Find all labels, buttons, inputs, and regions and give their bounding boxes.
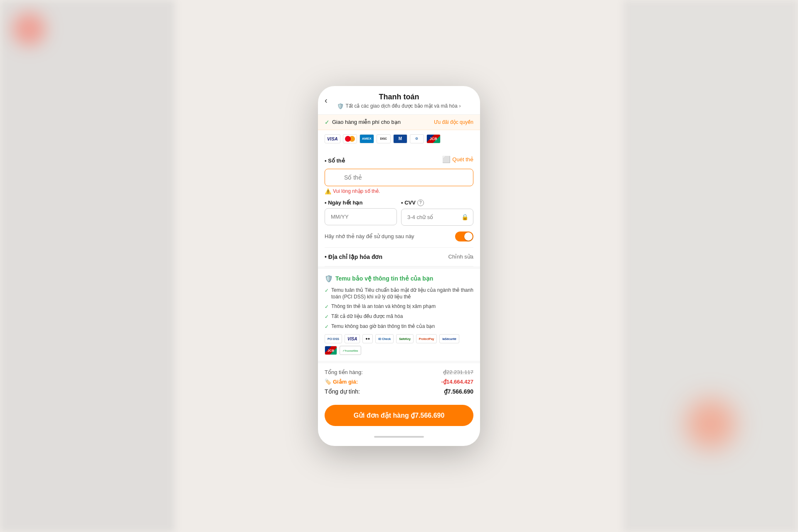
mc-trust-badge: ●●	[362, 334, 373, 343]
shield-icon: 🛡️	[337, 103, 344, 109]
expiry-cvv-row: • Ngày hết hạn • CVV ? 🔒	[325, 200, 473, 226]
discount-label: 🏷️ Giảm giá:	[325, 379, 358, 385]
protected-pay-badge: ProtectPay	[416, 334, 437, 343]
security-item-text-4: Temu không bao giờ bán thông tin thẻ của…	[331, 323, 435, 330]
discount-value: -₫14.664.427	[441, 379, 473, 385]
shield-green-icon: 🛡️	[325, 275, 333, 283]
discount-row: 🏷️ Giảm giá: -₫14.664.427	[325, 379, 473, 385]
card-number-error: ⚠️ Vui lòng nhập số thẻ.	[325, 188, 473, 195]
security-item-3: ✓ Tất cả dữ liệu đều được mã hóa	[325, 313, 473, 320]
jcb-trust-badge: JCB	[325, 346, 337, 355]
security-text: Tất cả các giao dịch đều được bảo mật và…	[345, 103, 457, 109]
safekey-badge: SafeKey	[396, 334, 414, 343]
total-row: Tổng dự tính: ₫7.566.690	[325, 388, 473, 395]
securite-badge: laSécurité	[439, 334, 459, 343]
expiry-label: • Ngày hết hạn	[325, 200, 397, 206]
trust-logos-row: PCI DSS VISA ●● ID Check SafeKey Protect…	[325, 334, 473, 355]
bg-blur-left	[0, 0, 175, 532]
free-shipping-left: ✓ Giao hàng miễn phí cho bạn	[325, 119, 401, 126]
subtotal-row: Tổng tiền hàng: ₫22.231.117	[325, 369, 473, 375]
card-number-header-row: • Số thẻ ⬜ Quét thẻ	[325, 153, 473, 166]
order-summary: Tổng tiền hàng: ₫22.231.117 🏷️ Giảm giá:…	[318, 361, 480, 402]
total-value: ₫7.566.690	[444, 388, 473, 395]
pci-dss-badge: PCI DSS	[325, 334, 342, 343]
page-title: Thanh toán	[326, 93, 472, 101]
submit-order-button[interactable]: Gửi đơn đặt hàng ₫7.566.690	[325, 405, 473, 426]
discover-logo: DISC	[377, 134, 391, 143]
security-item-4: ✓ Temu không bao giờ bán thông tin thẻ c…	[325, 323, 473, 330]
scan-icon: ⬜	[442, 155, 451, 163]
check-icon-1: ✓	[325, 287, 329, 294]
cvv-label: • CVV	[401, 200, 416, 206]
toggle-knob	[464, 232, 473, 241]
header: ‹ Thanh toán 🛡️ Tất cả các giao dịch đều…	[318, 86, 480, 115]
payment-logos-row: VISA AMEX DISC M ⊙ JCB	[318, 130, 480, 148]
cvv-field-group: • CVV ? 🔒	[401, 200, 473, 226]
edit-billing-button[interactable]: Chỉnh sửa	[448, 254, 473, 260]
bg-blob-bottom-right	[686, 399, 736, 449]
save-card-toggle[interactable]	[455, 232, 473, 241]
security-title: 🛡️ Temu bảo vệ thông tin thẻ của bạn	[325, 275, 473, 283]
submit-section: Gửi đơn đặt hàng ₫7.566.690	[318, 402, 480, 433]
free-shipping-text: Giao hàng miễn phí cho bạn	[332, 119, 401, 125]
security-section: 🛡️ Temu bảo vệ thông tin thẻ của bạn ✓ T…	[318, 266, 480, 361]
subtotal-value: ₫22.231.117	[443, 369, 473, 375]
diners-logo: ⊙	[410, 134, 424, 143]
check-icon-3: ✓	[325, 313, 329, 320]
cvv-help-icon[interactable]: ?	[417, 200, 424, 206]
idcheck-badge: ID Check	[375, 334, 394, 343]
security-item-text-2: Thông tin thẻ là an toàn và không bị xâm…	[331, 303, 436, 310]
cvv-label-row: • CVV ?	[401, 200, 473, 206]
exclusive-deal-label: Ưu đãi độc quyền	[434, 119, 473, 125]
amex-logo: AMEX	[360, 134, 374, 143]
expiry-input[interactable]	[325, 208, 397, 225]
check-icon-4: ✓	[325, 323, 329, 330]
trusted-site-badge: ✓TrustedSite	[340, 346, 361, 355]
discount-icon: 🏷️	[325, 379, 331, 385]
billing-label: • Địa chỉ lập hóa đơn	[325, 254, 382, 260]
payment-form: • Số thẻ ⬜ Quét thẻ ⚠️ Vui lòng nhập số …	[318, 153, 480, 266]
discount-text: Giảm giá:	[333, 379, 358, 385]
maestro-logo: M	[393, 134, 407, 143]
back-button[interactable]: ‹	[325, 95, 328, 105]
visa-trust-badge: VISA	[345, 334, 360, 343]
scan-label: Quét thẻ	[452, 156, 473, 163]
card-number-label: • Số thẻ	[325, 158, 345, 164]
error-icon: ⚠️	[325, 188, 331, 195]
lock-icon: 🔒	[461, 214, 468, 220]
chevron-right-icon: ›	[459, 103, 461, 109]
subtotal-label: Tổng tiền hàng:	[325, 369, 363, 375]
jcb-logo: JCB	[426, 134, 441, 143]
security-item-text-1: Temu tuân thủ Tiêu chuẩn bảo mật dữ liệu…	[331, 287, 473, 301]
error-text: Vui lòng nhập số thẻ.	[333, 188, 380, 194]
security-item-text-3: Tất cả dữ liệu đều được mã hóa	[331, 313, 403, 320]
security-list: ✓ Temu tuân thủ Tiêu chuẩn bảo mật dữ li…	[325, 287, 473, 330]
phone-container: ‹ Thanh toán 🛡️ Tất cả các giao dịch đều…	[318, 86, 480, 446]
home-indicator	[374, 436, 424, 438]
check-icon-2: ✓	[325, 303, 329, 310]
security-item-1: ✓ Temu tuân thủ Tiêu chuẩn bảo mật dữ li…	[325, 287, 473, 301]
security-title-text: Temu bảo vệ thông tin thẻ của bạn	[335, 275, 433, 282]
bg-blur-right	[623, 0, 798, 532]
save-card-text: Hãy nhớ thẻ này để sử dụng sau này	[325, 233, 414, 239]
free-shipping-banner: ✓ Giao hàng miễn phí cho bạn Ưu đãi độc …	[318, 115, 480, 130]
scan-card-button[interactable]: ⬜ Quét thẻ	[442, 155, 473, 163]
bg-blob-top-left	[12, 12, 46, 46]
security-badge: 🛡️ Tất cả các giao dịch đều được bảo mật…	[326, 103, 472, 109]
security-item-2: ✓ Thông tin thẻ là an toàn và không bị x…	[325, 303, 473, 310]
card-number-input-wrapper	[325, 169, 473, 186]
expiry-field-group: • Ngày hết hạn	[325, 200, 397, 226]
cvv-input-wrapper: 🔒	[401, 209, 473, 226]
mastercard-logo	[343, 134, 357, 143]
billing-address-row: • Địa chỉ lập hóa đơn Chỉnh sửa	[325, 248, 473, 266]
total-label: Tổng dự tính:	[325, 388, 360, 395]
checkmark-icon: ✓	[325, 119, 330, 126]
save-card-row: Hãy nhớ thẻ này để sử dụng sau này	[325, 232, 473, 248]
visa-logo: VISA	[325, 134, 340, 143]
card-number-input[interactable]	[325, 169, 473, 186]
